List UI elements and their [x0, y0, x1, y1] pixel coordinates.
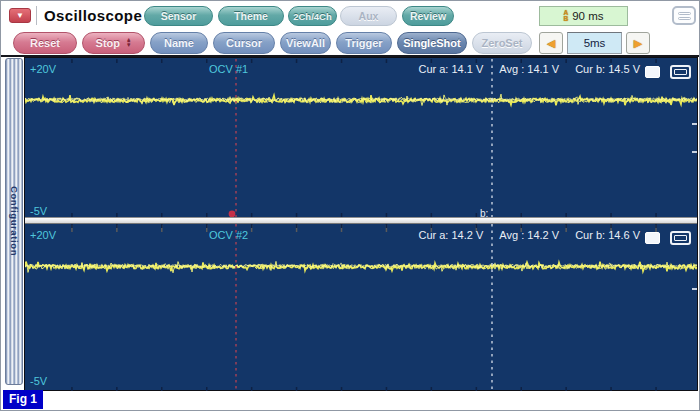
stop-spinner-icon: ▲▼ [126, 38, 131, 48]
figure-caption: Fig 1 [3, 390, 43, 409]
scope-display[interactable]: +20V OCV #1 Cur a: 14.1 V Avg : 14.1 V C… [24, 57, 698, 391]
page-title: Oscilloscope [44, 7, 142, 24]
ch1-plot[interactable] [25, 59, 697, 217]
oscilloscope-window: ▼ Oscilloscope Sensor Theme 2Ch/4Ch Aux … [0, 0, 700, 411]
channel-mode-button[interactable]: 2Ch/4Ch [288, 6, 337, 26]
singleshot-button[interactable]: SingleShot [397, 32, 467, 54]
menu-dropdown-button[interactable]: ▼ [9, 8, 31, 23]
zeroset-button[interactable]: ZeroSet [472, 32, 532, 54]
ch2-plot[interactable] [25, 224, 697, 391]
sensor-button[interactable]: Sensor [144, 6, 213, 26]
ab-sort-icon: AB [563, 10, 568, 23]
ch2-top-scale-label: +20V [30, 229, 56, 241]
cursor-button[interactable]: Cursor [213, 32, 275, 54]
ch1-top-scale-label: +20V [30, 63, 56, 75]
cursor-b-label: b: [480, 208, 488, 219]
channel2-plot-layer[interactable] [25, 224, 697, 391]
stop-mode-button[interactable]: Stop ▲▼ [82, 32, 145, 54]
ch1-name: OCV #1 [209, 63, 248, 75]
title-separator [36, 6, 37, 25]
channel2-header: +20V OCV #2 Cur a: 14.2 V Avg : 14.2 V C… [25, 229, 697, 245]
timebase-prev-button[interactable]: ◀ [539, 32, 563, 54]
review-button[interactable]: Review [402, 6, 454, 26]
ch1-fill-toggle-icon[interactable] [645, 66, 660, 78]
stacked-panels-icon[interactable] [672, 6, 696, 25]
reset-button[interactable]: Reset [13, 32, 77, 54]
configuration-handle[interactable]: Configuration [5, 58, 23, 385]
timer-value: 90 ms [572, 10, 603, 22]
ch2-bottom-scale-label: -5V [30, 375, 47, 387]
sample-timer-display[interactable]: AB 90 ms [539, 6, 628, 26]
trigger-button[interactable]: Trigger [336, 32, 392, 54]
ch1-bottom-scale-label: -5V [30, 205, 47, 217]
channel-divider [25, 217, 697, 224]
channel1-plot-layer[interactable] [25, 59, 697, 217]
theme-button[interactable]: Theme [218, 6, 284, 26]
aux-button[interactable]: Aux [340, 6, 397, 26]
ch2-measurements: Cur a: 14.2 V Avg : 14.2 V Cur b: 14.6 V [418, 229, 640, 241]
timebase-value[interactable]: 5ms [567, 32, 622, 54]
viewall-button[interactable]: ViewAll [280, 32, 331, 54]
ch2-name: OCV #2 [209, 229, 248, 241]
ch1-measurements: Cur a: 14.1 V Avg : 14.1 V Cur b: 14.5 V [418, 63, 640, 75]
name-button[interactable]: Name [150, 32, 208, 54]
dropdown-arrow-icon: ▼ [16, 11, 24, 20]
ch1-window-toggle-icon[interactable] [670, 65, 691, 79]
ch2-fill-toggle-icon[interactable] [645, 232, 660, 244]
ch2-window-toggle-icon[interactable] [670, 231, 691, 245]
timebase-next-button[interactable]: ▶ [626, 32, 650, 54]
channel1-header: +20V OCV #1 Cur a: 14.1 V Avg : 14.1 V C… [25, 63, 697, 79]
